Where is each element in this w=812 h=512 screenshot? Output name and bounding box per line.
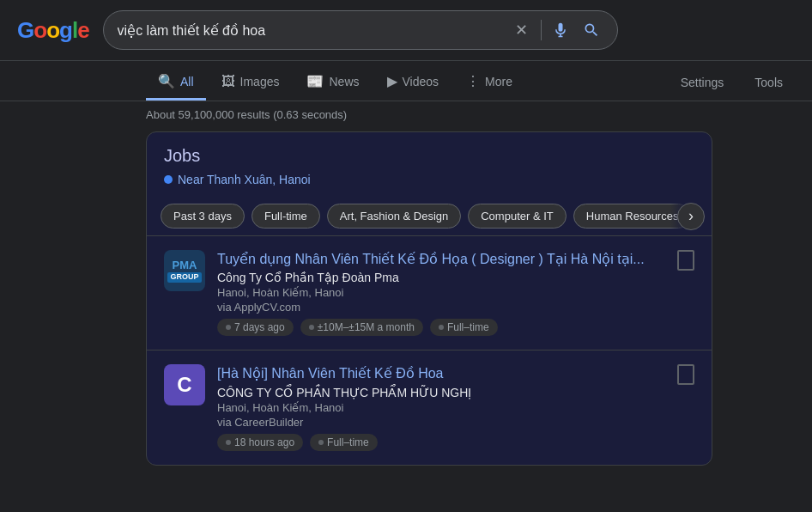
- tab-videos-label: Videos: [403, 75, 439, 88]
- chips-arrow[interactable]: ›: [670, 197, 712, 235]
- jobs-title: Jobs: [147, 132, 712, 173]
- job-title-1: Tuyển dụng Nhân Viên Thiết Kế Đồ Họa ( D…: [217, 250, 665, 269]
- chip-art-fashion[interactable]: Art, Fashion & Design: [327, 204, 461, 229]
- meta-dot: [226, 325, 231, 330]
- tools-button[interactable]: Tools: [742, 67, 795, 98]
- search-input[interactable]: [118, 22, 503, 38]
- more-icon: ⋮: [466, 73, 480, 89]
- location-dot: [164, 175, 173, 184]
- company-logo-c: C: [164, 364, 205, 405]
- meta-dot: [318, 440, 324, 445]
- job-location-1: Hanoi, Hoàn Kiếm, Hanoi: [217, 286, 665, 299]
- google-logo: Google: [17, 17, 89, 44]
- job-source-2: via CareerBuilder: [217, 416, 665, 429]
- tab-all[interactable]: 🔍 All: [146, 64, 206, 101]
- tab-images-label: Images: [240, 75, 280, 88]
- job-source-1: via ApplyCV.com: [217, 301, 665, 314]
- job-info-1: Tuyển dụng Nhân Viên Thiết Kế Đồ Họa ( D…: [217, 250, 665, 336]
- jobs-card: Jobs Near Thanh Xuân, Hanoi Past 3 days …: [146, 131, 712, 466]
- job-listing-2[interactable]: C [Hà Nội] Nhân Viên Thiết Kế Đồ Hoa CÔN…: [147, 350, 712, 464]
- job-meta-1: 7 days ago ±10M–±15M a month Full–time: [217, 319, 665, 336]
- meta-dot: [226, 440, 231, 445]
- jobs-location: Near Thanh Xuân, Hanoi: [147, 173, 712, 197]
- meta-date-2: 18 hours ago: [217, 434, 303, 451]
- job-title-2: [Hà Nội] Nhân Viên Thiết Kế Đồ Hoa: [217, 364, 665, 383]
- divider: [541, 20, 542, 40]
- meta-type-1: Full–time: [430, 319, 498, 336]
- save-icon-2[interactable]: [677, 364, 694, 385]
- company-name-1: Công Ty Cổ Phần Tập Đoàn Pma: [217, 271, 665, 284]
- meta-dot: [309, 325, 314, 330]
- job-info-2: [Hà Nội] Nhân Viên Thiết Kế Đồ Hoa CÔNG …: [217, 364, 665, 450]
- mic-button[interactable]: [548, 18, 573, 42]
- nav-tabs: 🔍 All 🖼 Images 📰 News ▶ Videos ⋮ More Se…: [0, 61, 812, 101]
- meta-salary-1: ±10M–±15M a month: [300, 319, 423, 336]
- arrow-circle: ›: [677, 203, 705, 230]
- tab-images[interactable]: 🖼 Images: [209, 65, 292, 101]
- chip-computer-it[interactable]: Computer & IT: [468, 204, 567, 229]
- images-icon: 🖼: [221, 74, 235, 89]
- tab-more-label: More: [485, 75, 512, 88]
- company-logo-pma: PMA GROUP: [164, 250, 205, 291]
- results-count: About 59,100,000 results (0.63 seconds): [0, 101, 812, 128]
- chip-past3days[interactable]: Past 3 days: [161, 204, 245, 229]
- videos-icon: ▶: [387, 73, 397, 89]
- filter-chips: Past 3 days Full-time Art, Fashion & Des…: [147, 197, 712, 235]
- job-meta-2: 18 hours ago Full–time: [217, 434, 665, 451]
- save-icon-1[interactable]: [677, 250, 694, 271]
- tab-news-label: News: [329, 75, 359, 88]
- job-location-2: Hanoi, Hoàn Kiếm, Hanoi: [217, 401, 665, 414]
- search-submit-button[interactable]: [579, 18, 603, 42]
- settings-button[interactable]: Settings: [669, 67, 736, 98]
- search-bar[interactable]: ✕: [103, 10, 618, 50]
- clear-button[interactable]: ✕: [510, 18, 534, 42]
- meta-dot: [439, 325, 444, 330]
- job-listing-1[interactable]: PMA GROUP Tuyển dụng Nhân Viên Thiết Kế …: [147, 235, 712, 350]
- chip-fulltime[interactable]: Full-time: [251, 204, 320, 229]
- search-icon: 🔍: [158, 73, 175, 89]
- tab-more[interactable]: ⋮ More: [454, 64, 524, 101]
- tab-news[interactable]: 📰 News: [294, 64, 371, 101]
- nav-right: Settings Tools: [669, 67, 795, 98]
- meta-date-1: 7 days ago: [217, 319, 294, 336]
- news-icon: 📰: [306, 73, 324, 89]
- meta-type-2: Full–time: [310, 434, 378, 451]
- tab-videos[interactable]: ▶ Videos: [375, 64, 451, 101]
- company-name-2: CÔNG TY CỔ PHẦN THỰC PHẨM HỮU NGHỊ: [217, 386, 665, 399]
- tab-all-label: All: [180, 75, 194, 88]
- header: Google ✕: [0, 0, 812, 61]
